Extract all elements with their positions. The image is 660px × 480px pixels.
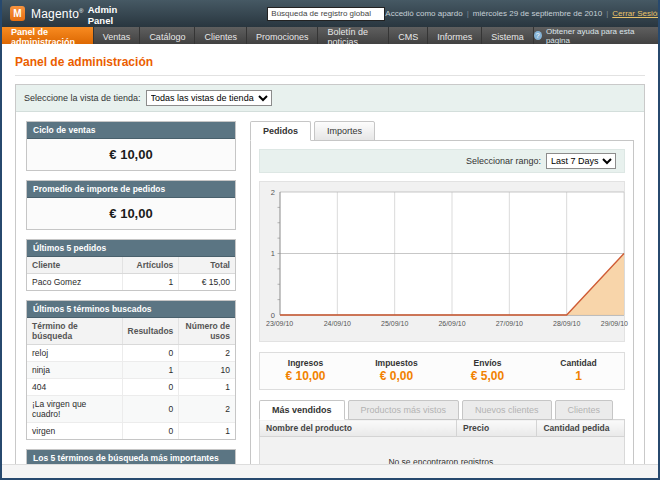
tab-mas-vendidos[interactable]: Más vendidos <box>259 400 345 420</box>
total-label: Ingresos <box>260 358 351 368</box>
empty-table-message: No se encontraron registros. <box>260 437 625 465</box>
table-row[interactable]: ¡La virgen que cuadro!02 <box>27 396 235 423</box>
last-orders-table: Cliente Artículos Total Paco Gomez1€ 15,… <box>27 257 235 290</box>
svg-text:29/09/10: 29/09/10 <box>601 320 628 327</box>
table-cell: reloj <box>27 345 122 362</box>
lifetime-sales-title: Ciclo de ventas <box>27 122 235 139</box>
column-header: Total <box>179 257 235 274</box>
svg-text:1: 1 <box>271 249 275 258</box>
content-area: Panel de administración Seleccione la vi… <box>2 44 658 464</box>
column-header: Artículos <box>123 257 179 274</box>
current-date: miércoles 29 de septiembre de 2010 <box>473 9 602 18</box>
logged-in-as: Accedió como apardo <box>385 9 462 18</box>
total-value: € 0,00 <box>351 369 442 383</box>
tab-pedidos[interactable]: Pedidos <box>250 121 311 141</box>
table-cell: ¡La virgen que cuadro! <box>27 396 122 423</box>
table-cell: 404 <box>27 379 122 396</box>
tab-productos-mas-vistos[interactable]: Productos más vistos <box>348 400 460 420</box>
main-nav: Panel de administraciónVentasCatálogoCli… <box>2 27 658 44</box>
svg-text:27/09/10: 27/09/10 <box>496 320 523 327</box>
total-ingresos: Ingresos€ 10,00 <box>260 358 351 383</box>
store-view-bar: Seleccione la vista de tienda: Todas las… <box>16 85 644 112</box>
total-value: € 5,00 <box>442 369 533 383</box>
store-view-select[interactable]: Todas las vistas de tienda <box>146 90 272 106</box>
total-impuestos: Impuestos€ 0,00 <box>351 358 442 383</box>
report-tabs: PedidosImportes <box>250 121 634 141</box>
tab-nuevos-clientes[interactable]: Nuevos clientes <box>462 400 552 420</box>
total-label: Impuestos <box>351 358 442 368</box>
nav-item-panel-de-administracion[interactable]: Panel de administración <box>2 27 94 44</box>
bottom-tabs: Más vendidosProductos más vistosNuevos c… <box>259 400 625 420</box>
orders-area-chart: 01223/09/1024/09/1025/09/1026/09/1027/09… <box>262 187 630 339</box>
last-search-title: Últimos 5 términos buscados <box>27 301 235 318</box>
svg-text:0: 0 <box>271 311 275 320</box>
nav-item-ventas[interactable]: Ventas <box>94 27 141 44</box>
total-cantidad: Cantidad1 <box>533 358 624 383</box>
column-header: Número de usos <box>179 318 235 345</box>
help-icon: ? <box>534 31 542 40</box>
orders-tab-content: Seleccionar rango: Last 7 Days 01223/09/… <box>250 140 634 464</box>
nav-item-sistema[interactable]: Sistema <box>482 27 534 44</box>
header-user-area: Accedió como apardo | miércoles 29 de se… <box>385 9 660 18</box>
table-cell: 1 <box>179 379 235 396</box>
last-search-table: Término de búsqueda Resultados Número de… <box>27 318 235 439</box>
average-orders-title: Promedio de importe de pedidos <box>27 181 235 198</box>
table-row[interactable]: 40401 <box>27 379 235 396</box>
logout-link[interactable]: Cerrar Sesión <box>612 9 660 18</box>
nav-item-promociones[interactable]: Promociones <box>247 27 319 44</box>
totals-row: Ingresos€ 10,00Impuestos€ 0,00Envíos€ 5,… <box>259 352 625 390</box>
table-cell: € 15,00 <box>179 274 235 291</box>
average-orders-widget: Promedio de importe de pedidos € 10,00 <box>26 180 236 230</box>
table-cell: Paco Gomez <box>27 274 123 291</box>
nav-item-catalogo[interactable]: Catálogo <box>140 27 195 44</box>
help-link[interactable]: ? Obtener ayuda para esta página <box>534 27 658 44</box>
svg-text:28/09/10: 28/09/10 <box>553 320 580 327</box>
svg-text:25/09/10: 25/09/10 <box>381 320 408 327</box>
top-search-widget: Los 5 términos de búsqueda más important… <box>26 449 236 464</box>
average-orders-value: € 10,00 <box>27 198 235 229</box>
column-header: Término de búsqueda <box>27 318 122 345</box>
range-select[interactable]: Last 7 Days <box>546 153 616 169</box>
table-cell: 0 <box>122 345 179 362</box>
table-cell: 1 <box>122 362 179 379</box>
table-cell: 0 <box>122 379 179 396</box>
store-view-label: Seleccione la vista de tienda: <box>24 93 141 103</box>
table-cell: 1 <box>179 423 235 440</box>
nav-items: Panel de administraciónVentasCatálogoCli… <box>2 27 534 44</box>
tab-clientes[interactable]: Clientes <box>555 400 614 420</box>
last-orders-widget: Últimos 5 pedidos Cliente Artículos Tota… <box>26 239 236 291</box>
nav-item-clientes[interactable]: Clientes <box>195 27 247 44</box>
lifetime-sales-widget: Ciclo de ventas € 10,00 <box>26 121 236 171</box>
table-cell: ninja <box>27 362 122 379</box>
right-column: PedidosImportes Seleccionar rango: Last … <box>250 121 634 464</box>
table-cell: 0 <box>122 396 179 423</box>
total-value: € 10,00 <box>260 369 351 383</box>
brand-text: Magento <box>31 7 79 21</box>
table-row[interactable]: virgen01 <box>27 423 235 440</box>
svg-text:23/09/10: 23/09/10 <box>266 320 293 327</box>
table-row[interactable]: Paco Gomez1€ 15,00 <box>27 274 235 291</box>
svg-text:24/09/10: 24/09/10 <box>324 320 351 327</box>
column-header: Nombre del producto <box>260 420 457 437</box>
lifetime-sales-value: € 10,00 <box>27 139 235 170</box>
table-row[interactable]: ninja110 <box>27 362 235 379</box>
page-title: Panel de administración <box>15 50 645 76</box>
global-search-input[interactable] <box>267 7 385 21</box>
table-cell: 10 <box>179 362 235 379</box>
range-label: Seleccionar rango: <box>466 156 541 166</box>
magento-admin-window: M Magento® Admin Panel Accedió como apar… <box>0 0 660 480</box>
table-cell: 0 <box>122 423 179 440</box>
page-footer <box>2 464 658 478</box>
left-column: Ciclo de ventas € 10,00 Promedio de impo… <box>26 121 236 464</box>
nav-item-cms[interactable]: CMS <box>389 27 428 44</box>
brand-suffix: Admin Panel <box>88 2 118 26</box>
tab-importes[interactable]: Importes <box>314 121 375 141</box>
table-cell: 1 <box>123 274 179 291</box>
column-header: Cantidad pedida <box>537 420 625 437</box>
table-cell: 2 <box>179 396 235 423</box>
products-table: Nombre del producto Precio Cantidad pedi… <box>259 419 625 464</box>
table-cell: virgen <box>27 423 122 440</box>
nav-item-informes[interactable]: Informes <box>428 27 482 44</box>
table-row[interactable]: reloj02 <box>27 345 235 362</box>
nav-item-boletin-de-noticias[interactable]: Boletín de noticias <box>318 27 389 44</box>
